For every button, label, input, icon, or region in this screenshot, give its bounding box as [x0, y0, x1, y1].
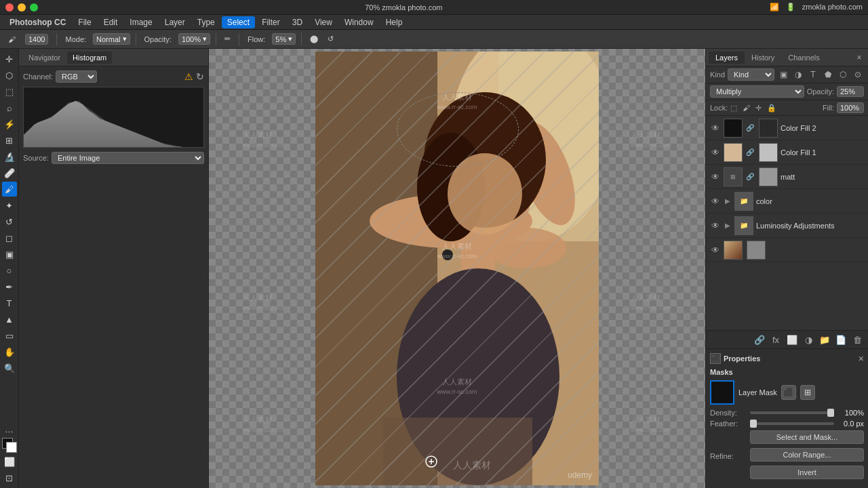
shape-tool[interactable]: ▭ — [2, 328, 17, 343]
smart-filter-icon[interactable]: ⬡ — [837, 68, 849, 81]
screen-mode-btn[interactable]: ⊡ — [2, 470, 17, 485]
move-tool[interactable]: ✛ — [2, 52, 17, 66]
type-filter-icon[interactable]: T — [807, 68, 819, 81]
menu-help[interactable]: Help — [380, 16, 408, 28]
refresh-icon[interactable]: ↻ — [196, 71, 204, 82]
layer-link-icon[interactable]: 🔗 — [745, 172, 755, 182]
visibility-eye-icon[interactable]: 👁 — [710, 171, 721, 182]
expand-icon[interactable]: ▶ — [724, 197, 732, 205]
canvas[interactable]: 人人素材www.rr-sc.com 人人素材www.rr-sc.com 人人素材… — [315, 52, 599, 485]
visibility-eye-icon[interactable]: 👁 — [710, 123, 721, 134]
menu-window[interactable]: Window — [339, 16, 379, 28]
expand-icon[interactable]: ▶ — [724, 222, 732, 230]
menu-image[interactable]: Image — [124, 16, 157, 28]
mask-btn-2[interactable]: ⊞ — [800, 385, 815, 400]
layer-mask-icon[interactable] — [710, 380, 734, 405]
visibility-eye-icon[interactable]: 👁 — [710, 220, 721, 231]
feather-slider[interactable] — [750, 422, 834, 425]
hand-tool[interactable]: ✋ — [2, 344, 17, 359]
gradient-tool[interactable]: ▣ — [2, 247, 17, 262]
brush-tool[interactable]: 🖌 — [2, 182, 17, 197]
mode-dropdown[interactable]: Normal ▾ — [93, 33, 130, 45]
brush-size-dropdown[interactable]: 1400 — [25, 34, 48, 45]
new-group-btn[interactable]: 📁 — [818, 333, 831, 346]
menu-filter[interactable]: Filter — [256, 16, 285, 28]
opacity-dropdown[interactable]: 100% ▾ — [178, 33, 210, 45]
zoom-tool[interactable]: 🔍 — [2, 361, 17, 375]
tab-history[interactable]: History — [745, 52, 781, 64]
blend-mode-select[interactable]: Multiply Normal Screen Overlay — [710, 85, 804, 98]
kind-select[interactable]: Kind — [728, 68, 774, 81]
tab-navigator[interactable]: Navigator — [23, 52, 66, 64]
fx-btn[interactable]: fx — [769, 333, 783, 346]
brush-size-display[interactable]: 1400 — [22, 33, 51, 46]
new-layer-btn[interactable]: 📄 — [834, 333, 848, 346]
pixel-filter-icon[interactable]: ▣ — [777, 68, 789, 81]
eyedropper-tool[interactable]: 🔬 — [2, 149, 17, 164]
menu-edit[interactable]: Edit — [98, 16, 123, 28]
adjustment-filter-icon[interactable]: ◑ — [792, 68, 804, 81]
tab-layers[interactable]: Layers — [709, 52, 745, 64]
pen-tool[interactable]: ✒ — [2, 279, 17, 294]
canvas-area[interactable]: 人人素材www.rr-sc.com 人人素材www.rr-sc.com 人人素材… — [209, 49, 705, 488]
lock-position-icon[interactable]: ✛ — [755, 104, 762, 113]
density-slider[interactable] — [750, 411, 834, 414]
properties-icon[interactable]: ⬛ — [710, 353, 721, 364]
clone-tool[interactable]: ✦ — [2, 198, 17, 213]
layer-row[interactable]: 👁 ▶ 📁 color — [706, 189, 868, 214]
lock-pixels-icon[interactable]: 🖌 — [743, 104, 750, 112]
flow-dropdown[interactable]: 5% ▾ — [272, 33, 296, 45]
shape-filter-icon[interactable]: ⬟ — [822, 68, 834, 81]
menu-3d[interactable]: 3D — [287, 16, 308, 28]
visibility-eye-icon[interactable]: 👁 — [710, 245, 721, 256]
layer-link-icon[interactable]: 🔗 — [745, 123, 755, 133]
smooth-icon[interactable]: ↺ — [325, 33, 336, 45]
close-dot[interactable] — [5, 3, 14, 12]
menu-layer[interactable]: Layer — [159, 16, 191, 28]
select-tool[interactable]: ⬚ — [2, 84, 17, 99]
minimize-dot[interactable] — [18, 3, 26, 12]
source-select[interactable]: Entire Image — [52, 152, 204, 164]
delete-layer-btn[interactable]: 🗑 — [850, 333, 864, 346]
path-select-tool[interactable]: ▲ — [2, 312, 17, 327]
link-layers-btn[interactable]: 🔗 — [753, 333, 766, 346]
fill-input[interactable] — [837, 102, 864, 113]
airbrush-icon[interactable]: ⬤ — [307, 33, 321, 45]
properties-close-icon[interactable]: × — [859, 353, 864, 364]
filter-toggle-icon[interactable]: ⊙ — [852, 68, 864, 81]
wand-tool[interactable]: ⚡ — [2, 117, 17, 131]
eraser-tool[interactable]: ◻ — [2, 230, 17, 245]
add-mask-btn[interactable]: ⬜ — [785, 333, 799, 346]
lock-all-icon[interactable]: 🔒 — [767, 104, 776, 113]
layer-row[interactable]: 👁 ▶ 📁 Luminosity Adjustments — [706, 214, 868, 238]
tab-histogram[interactable]: Histogram — [67, 52, 112, 64]
opacity-input[interactable]: 25% — [837, 86, 864, 97]
invert-btn[interactable]: Invert — [750, 466, 864, 479]
dodge-tool[interactable]: ○ — [2, 263, 17, 278]
channel-select[interactable]: RGB Red Green Blue — [56, 70, 97, 83]
visibility-eye-icon[interactable]: 👁 — [710, 147, 721, 158]
layer-link-icon[interactable]: 🔗 — [745, 148, 755, 157]
visibility-eye-icon[interactable]: 👁 — [710, 196, 721, 207]
menu-select[interactable]: Select — [222, 16, 255, 28]
brush-tool-icon[interactable]: ✏ — [222, 33, 233, 45]
menu-photoshop[interactable]: Photoshop CC — [4, 16, 71, 28]
more-tools-btn[interactable]: … — [2, 422, 17, 436]
type-tool[interactable]: T — [2, 296, 17, 310]
color-range-btn[interactable]: Color Range... — [750, 448, 864, 462]
crop-tool[interactable]: ⊞ — [2, 133, 17, 148]
lock-transparent-icon[interactable]: ⬚ — [730, 104, 737, 113]
layer-row[interactable]: 👁 — [706, 238, 868, 262]
panel-close-icon[interactable]: × — [853, 52, 865, 64]
fg-bg-colors[interactable] — [2, 438, 17, 453]
artboard-tool[interactable]: ⬡ — [2, 68, 17, 83]
menu-view[interactable]: View — [309, 16, 338, 28]
history-brush-tool[interactable]: ↺ — [2, 214, 17, 229]
quick-mask-btn[interactable]: ⬜ — [2, 454, 17, 469]
mask-btn-1[interactable]: ⬛ — [781, 385, 796, 400]
layer-row[interactable]: 👁 ⊞ 🔗 matt — [706, 165, 868, 189]
menu-file[interactable]: File — [73, 16, 96, 28]
add-adjustment-btn[interactable]: ◑ — [802, 333, 815, 346]
tab-channels[interactable]: Channels — [781, 52, 826, 64]
maximize-dot[interactable] — [30, 3, 38, 12]
